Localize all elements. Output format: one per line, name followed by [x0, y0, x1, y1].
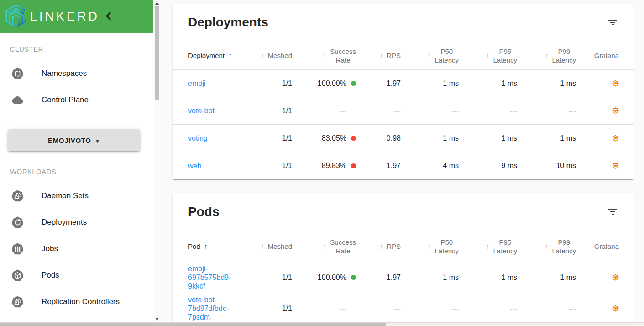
sort-arrow-icon: ↑ [228, 51, 232, 60]
sidebar-item-jobs[interactable]: Jobs [0, 236, 154, 262]
meshed-cell: 1/1 [238, 79, 292, 88]
p95-cell: 1 ms [459, 79, 517, 88]
sort-arrow-icon: ↑ [427, 242, 431, 251]
p99-cell: --- [517, 107, 576, 115]
status-dot [351, 81, 356, 86]
column-header-success-rate[interactable]: ↑ SuccessRate [292, 47, 356, 64]
column-header-p99[interactable]: ↑ P99Latency [517, 47, 576, 64]
sidebar-item-deployments[interactable]: Deployments [0, 209, 154, 236]
rps-cell: 0.98 [356, 134, 401, 142]
pods-icon [11, 269, 24, 282]
horizontal-scrollbar-thumb[interactable] [0, 323, 386, 326]
sidebar-item-namespaces[interactable]: Namespaces [0, 60, 154, 87]
column-header-p95[interactable]: ↑ P95Latency [459, 238, 517, 255]
sidebar-item-label: Namespaces [42, 69, 87, 78]
p95-cell: 9 ms [459, 162, 517, 170]
sidebar-scrollbar[interactable] [154, 0, 160, 322]
grafana-icon [612, 305, 619, 312]
filter-button[interactable] [608, 209, 617, 216]
column-header-rps[interactable]: ↑ RPS [356, 242, 401, 251]
column-header-p50[interactable]: ↑ P50Latency [401, 238, 459, 255]
grafana-link[interactable] [612, 135, 619, 142]
main-content: Deployments Deployment ↑ ↑ Meshed ↑ Succ… [160, 0, 644, 326]
sidebar-header: LINKERD [0, 0, 153, 33]
namespace-selector-button[interactable]: EMOJIVOTO▼ [8, 129, 140, 151]
rps-cell: --- [356, 305, 401, 313]
sidebar-item-daemon-sets[interactable]: Daemon Sets [0, 183, 154, 209]
pod-link[interactable]: vote-bot-7bd97dfbdc-7psdm [188, 295, 238, 321]
table-row: web 1/1 89.83% 1.97 4 ms 9 ms 10 ms [173, 152, 634, 179]
meshed-cell: 1/1 [238, 305, 292, 313]
sidebar-item-pods[interactable]: Pods [0, 262, 154, 289]
linkerd-logo-icon [4, 3, 28, 30]
sort-arrow-icon: ↑ [379, 242, 383, 251]
sort-arrow-icon: ↑ [427, 51, 431, 60]
sidebar-item-label: Pods [42, 271, 59, 280]
deployment-link[interactable]: vote-bot [188, 106, 238, 115]
column-header-p50[interactable]: ↑ P50Latency [401, 47, 459, 64]
table-row: emoji 1/1 100.00% 1.97 1 ms 1 ms 1 ms [173, 70, 634, 97]
grafana-icon [612, 163, 619, 169]
table-row: emoji-697b575bd9-9kkcf 1/1 100.00% 1.97 … [173, 262, 634, 293]
grafana-link[interactable] [612, 80, 619, 87]
scroll-down-arrow-icon[interactable] [155, 318, 159, 321]
success-rate-cell: --- [292, 107, 356, 115]
column-header-p95[interactable]: ↑ P95Latency [459, 47, 517, 64]
linkerd-dashboard: LINKERD CLUSTER [0, 0, 644, 326]
success-rate-cell: 89.83% [292, 162, 356, 170]
filter-icon [608, 209, 617, 215]
deployment-link[interactable]: voting [188, 134, 238, 142]
column-header-meshed[interactable]: ↑ Meshed [238, 242, 292, 251]
pods-card: Pods Pod ↑ ↑ Meshed ↑ SuccessRate ↑ [173, 193, 634, 326]
p50-cell: 1 ms [401, 134, 459, 142]
success-rate-cell: 83.05% [292, 134, 356, 142]
p50-cell: --- [401, 107, 459, 115]
horizontal-scrollbar[interactable] [0, 322, 644, 326]
namespaces-icon [11, 68, 24, 80]
grafana-icon [612, 274, 619, 281]
deployment-link[interactable]: emoji [188, 79, 238, 88]
column-header-deployment[interactable]: Deployment ↑ [173, 51, 238, 60]
filter-button[interactable] [608, 19, 617, 26]
sort-arrow-icon: ↑ [323, 51, 326, 60]
sidebar-item-label: Replication Controllers [42, 297, 120, 306]
column-header-success-rate[interactable]: ↑ SuccessRate [292, 238, 356, 255]
pods-table-header: Pod ↑ ↑ Meshed ↑ SuccessRate ↑ RPS ↑ P [173, 231, 634, 262]
pods-card-title: Pods [173, 193, 634, 219]
column-header-grafana: Grafana [576, 51, 634, 60]
success-rate-cell: --- [292, 305, 356, 313]
p99-cell: 1 ms [517, 79, 576, 88]
scroll-up-arrow-icon[interactable] [155, 2, 159, 5]
p99-cell: --- [517, 305, 576, 313]
grafana-link[interactable] [612, 107, 619, 114]
sidebar-item-replication-controllers[interactable]: Replication Controllers [0, 289, 154, 315]
workloads-section-label: WORKLOADS [10, 168, 154, 175]
sidebar-collapse-button[interactable] [104, 11, 112, 22]
sidebar-item-control-plane[interactable]: Control Plane [0, 87, 154, 113]
chevron-left-icon [104, 11, 112, 22]
sidebar-item-label: Daemon Sets [42, 191, 89, 200]
deployment-link[interactable]: web [188, 162, 238, 170]
sort-arrow-icon: ↑ [486, 242, 489, 251]
grafana-link[interactable] [612, 305, 619, 312]
grafana-link[interactable] [612, 274, 619, 281]
p95-cell: 1 ms [459, 273, 517, 282]
sidebar-scrollbar-thumb[interactable] [155, 6, 159, 100]
column-header-rps[interactable]: ↑ RPS [356, 51, 401, 60]
grafana-link[interactable] [612, 163, 619, 169]
p95-cell: 1 ms [459, 134, 517, 142]
deployments-card: Deployments Deployment ↑ ↑ Meshed ↑ Succ… [173, 4, 634, 179]
sort-arrow-icon: ↑ [204, 242, 208, 251]
column-header-p99[interactable]: ↑ P99Latency [517, 238, 576, 255]
column-header-meshed[interactable]: ↑ Meshed [238, 51, 292, 60]
success-rate-cell: 100.00% [292, 79, 356, 88]
namespace-selector-label: EMOJIVOTO [48, 137, 91, 144]
pod-link[interactable]: emoji-697b575bd9-9kkcf [188, 264, 238, 290]
filter-icon [608, 20, 617, 25]
p95-cell: --- [459, 107, 517, 115]
cloud-icon [11, 95, 24, 105]
replication-controllers-icon [11, 296, 24, 308]
sort-arrow-icon: ↑ [261, 242, 264, 251]
column-header-pod[interactable]: Pod ↑ [173, 242, 238, 251]
status-dot [351, 136, 356, 141]
